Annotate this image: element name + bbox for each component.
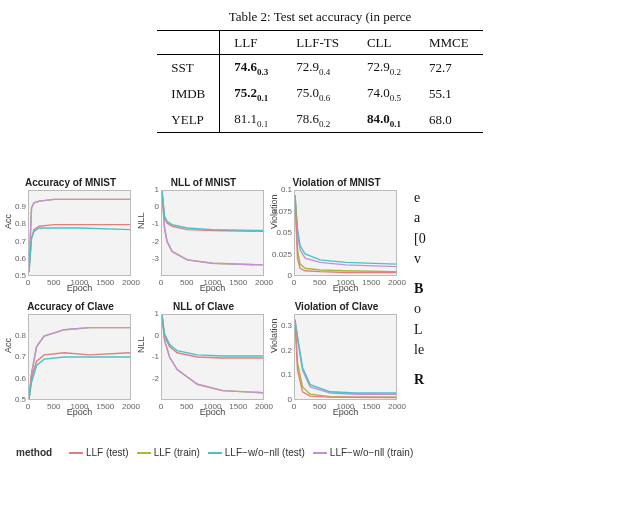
- table-row: YELP81.10.178.60.284.00.168.0: [157, 107, 482, 133]
- chart-title: Accuracy of Clave: [4, 300, 137, 314]
- col-blank: [157, 30, 219, 55]
- legend-swatch: [313, 452, 327, 454]
- y-ticks: -2-101: [143, 314, 159, 400]
- plot-area: [294, 190, 397, 276]
- row-name: SST: [157, 55, 219, 81]
- y-ticks: 00.10.20.3: [276, 314, 292, 400]
- legend-label: method: [16, 447, 52, 458]
- chart-title: Violation of Clave: [270, 300, 403, 314]
- table-area: Table 2: Test set accuracy (in perce LLF…: [0, 0, 640, 135]
- chart-nll-clave: NLL of ClaveNLLEpoch-2-10105001000150020…: [137, 300, 270, 418]
- table-cell: 84.00.1: [353, 107, 415, 133]
- y-ticks: 0.50.60.70.80.9: [10, 190, 26, 276]
- frag: o: [414, 301, 421, 316]
- plot-area: [161, 190, 264, 276]
- legend-swatch: [137, 452, 151, 454]
- figure-grid: Accuracy of MNISTAccEpoch0.50.60.70.80.9…: [4, 176, 404, 476]
- frag: v: [414, 251, 421, 266]
- chart-nll-mnist: NLL of MNISTNLLEpoch-3-2-101050010001500…: [137, 176, 270, 294]
- table-cell: 75.20.1: [220, 81, 283, 107]
- col-cll: CLL: [353, 30, 415, 55]
- col-llf: LLF: [220, 30, 283, 55]
- chart-title: Accuracy of MNIST: [4, 176, 137, 190]
- y-ticks: -3-2-101: [143, 190, 159, 276]
- plot-area: [294, 314, 397, 400]
- table-row: IMDB75.20.175.00.674.00.555.1: [157, 81, 482, 107]
- col-llfts: LLF-TS: [282, 30, 353, 55]
- legend-item-label: LLF−w/o−nll (test): [225, 447, 305, 458]
- legend-item-label: LLF (test): [86, 447, 129, 458]
- chart-acc-clave: Accuracy of ClaveAccEpoch0.50.60.70.8050…: [4, 300, 137, 418]
- x-ticks: 0500100015002000: [161, 402, 264, 412]
- frag: a: [414, 210, 420, 225]
- plot-area: [161, 314, 264, 400]
- table-cell: 72.90.4: [282, 55, 353, 81]
- table-caption: Table 2: Test set accuracy (in perce: [8, 8, 632, 26]
- table-cell: 72.7: [415, 55, 483, 81]
- legend-swatch: [208, 452, 222, 454]
- table-row: SST74.60.372.90.472.90.272.7: [157, 55, 482, 81]
- accuracy-table: LLF LLF-TS CLL MMCE SST74.60.372.90.472.…: [157, 30, 482, 134]
- chart-vio-clave: Violation of ClaveViolationEpoch00.10.20…: [270, 300, 403, 418]
- legend-item-label: LLF (train): [154, 447, 200, 458]
- figure-legend: method LLF (test)LLF (train)LLF−w/o−nll …: [16, 446, 413, 460]
- x-ticks: 0500100015002000: [294, 402, 397, 412]
- y-ticks: 00.0250.050.0750.1: [276, 190, 292, 276]
- frag: B: [414, 281, 423, 296]
- frag: le: [414, 342, 424, 357]
- frag: [0: [414, 231, 426, 246]
- row-name: IMDB: [157, 81, 219, 107]
- table-cell: 74.60.3: [220, 55, 283, 81]
- x-ticks: 0500100015002000: [294, 278, 397, 288]
- table-cell: 72.90.2: [353, 55, 415, 81]
- x-ticks: 0500100015002000: [28, 402, 131, 412]
- table-cell: 78.60.2: [282, 107, 353, 133]
- x-ticks: 0500100015002000: [161, 278, 264, 288]
- table-cell: 81.10.1: [220, 107, 283, 133]
- plot-area: [28, 314, 131, 400]
- table-cell: 68.0: [415, 107, 483, 133]
- legend-swatch: [69, 452, 83, 454]
- table-cell: 75.00.6: [282, 81, 353, 107]
- plot-area: [28, 190, 131, 276]
- table-cell: 55.1: [415, 81, 483, 107]
- frag: L: [414, 322, 423, 337]
- row-name: YELP: [157, 107, 219, 133]
- chart-acc-mnist: Accuracy of MNISTAccEpoch0.50.60.70.80.9…: [4, 176, 137, 294]
- legend-item-label: LLF−w/o−nll (train): [330, 447, 413, 458]
- col-mmce: MMCE: [415, 30, 483, 55]
- y-ticks: 0.50.60.70.8: [10, 314, 26, 400]
- body-text-fragment: e a [0 v B o L le R: [414, 188, 640, 401]
- table-header-row: LLF LLF-TS CLL MMCE: [157, 30, 482, 55]
- table-cell: 74.00.5: [353, 81, 415, 107]
- frag: e: [414, 190, 420, 205]
- x-ticks: 0500100015002000: [28, 278, 131, 288]
- chart-vio-mnist: Violation of MNISTViolationEpoch00.0250.…: [270, 176, 403, 294]
- frag: R: [414, 372, 424, 387]
